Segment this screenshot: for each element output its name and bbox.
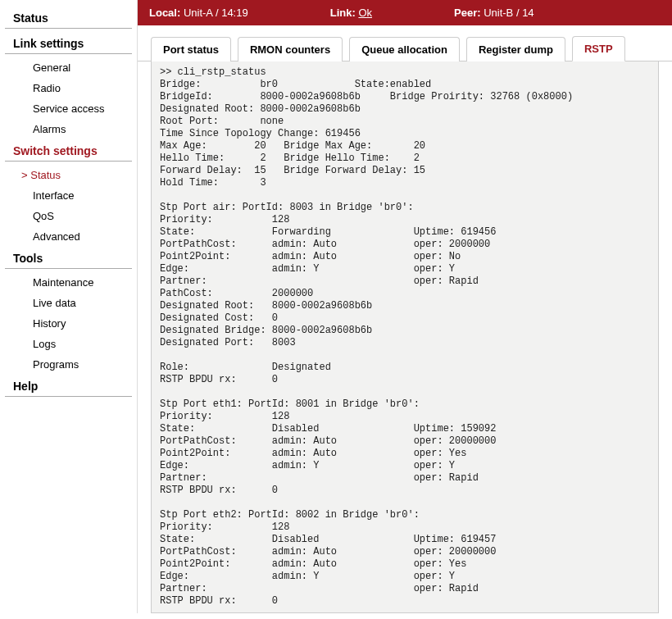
sidebar-group-tools: Tools: [5, 247, 132, 269]
topbar-peer-value: Unit-B / 14: [484, 7, 534, 19]
topbar-local-label: Local:: [149, 7, 180, 19]
sidebar-item-programs[interactable]: Programs: [0, 354, 137, 375]
sidebar-item-advanced[interactable]: Advanced: [0, 226, 137, 247]
topbar-local-value: Unit-A / 14:19: [184, 7, 248, 19]
sidebar-group-status[interactable]: Status: [5, 7, 132, 29]
topbar-peer-label: Peer:: [454, 7, 481, 19]
sidebar-item-status[interactable]: Status: [0, 165, 137, 185]
tab-queue-allocation[interactable]: Queue allocation: [349, 37, 460, 61]
sidebar-group-help[interactable]: Help: [5, 375, 132, 397]
tab-register-dump[interactable]: Register dump: [466, 37, 565, 61]
sidebar-group-switch-settings: Switch settings: [5, 139, 132, 162]
main-panel: Local: Unit-A / 14:19 Link: Ok Peer: Uni…: [138, 0, 672, 613]
sidebar-item-radio[interactable]: Radio: [0, 78, 137, 98]
sidebar-item-alarms[interactable]: Alarms: [0, 119, 137, 139]
tabs: Port statusRMON countersQueue allocation…: [138, 25, 672, 61]
sidebar-item-interface[interactable]: Interface: [0, 185, 137, 206]
sidebar-item-general[interactable]: General: [0, 57, 137, 78]
topbar-link-value[interactable]: Ok: [358, 7, 372, 19]
sidebar: StatusLink settingsGeneralRadioService a…: [0, 0, 138, 613]
topbar: Local: Unit-A / 14:19 Link: Ok Peer: Uni…: [138, 0, 672, 25]
tab-rstp[interactable]: RSTP: [572, 36, 625, 61]
tab-port-status[interactable]: Port status: [151, 37, 231, 61]
sidebar-item-qos[interactable]: QoS: [0, 206, 137, 226]
sidebar-item-service-access[interactable]: Service access: [0, 98, 137, 119]
sidebar-item-live-data[interactable]: Live data: [0, 293, 137, 313]
console-output: >> cli_rstp_status Bridge: br0 State:ena…: [151, 61, 659, 613]
sidebar-group-link-settings: Link settings: [5, 32, 132, 54]
sidebar-item-history[interactable]: History: [0, 313, 137, 334]
topbar-link-label: Link:: [330, 7, 356, 19]
sidebar-item-logs[interactable]: Logs: [0, 334, 137, 354]
sidebar-item-maintenance[interactable]: Maintenance: [0, 272, 137, 293]
tab-rmon-counters[interactable]: RMON counters: [238, 37, 343, 61]
